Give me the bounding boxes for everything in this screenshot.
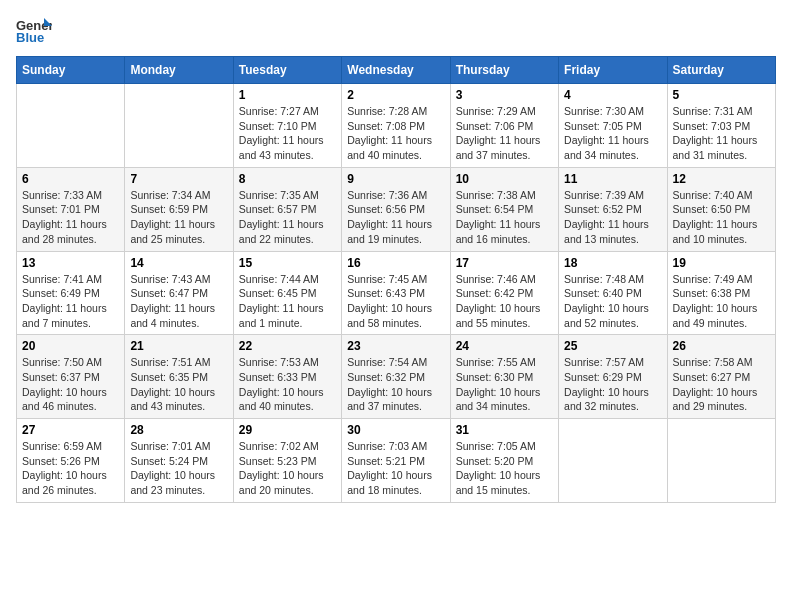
day-detail: Sunrise: 7:43 AMSunset: 6:47 PMDaylight:… [130, 272, 227, 331]
day-detail: Sunrise: 7:40 AMSunset: 6:50 PMDaylight:… [673, 188, 770, 247]
svg-text:Blue: Blue [16, 30, 44, 44]
weekday-header-wednesday: Wednesday [342, 57, 450, 84]
calendar-cell [667, 419, 775, 503]
calendar-table: SundayMondayTuesdayWednesdayThursdayFrid… [16, 56, 776, 503]
day-number: 20 [22, 339, 119, 353]
calendar-cell: 4Sunrise: 7:30 AMSunset: 7:05 PMDaylight… [559, 84, 667, 168]
day-detail: Sunrise: 7:33 AMSunset: 7:01 PMDaylight:… [22, 188, 119, 247]
calendar-week-5: 27Sunrise: 6:59 AMSunset: 5:26 PMDayligh… [17, 419, 776, 503]
calendar-cell: 14Sunrise: 7:43 AMSunset: 6:47 PMDayligh… [125, 251, 233, 335]
day-number: 26 [673, 339, 770, 353]
calendar-cell: 19Sunrise: 7:49 AMSunset: 6:38 PMDayligh… [667, 251, 775, 335]
calendar-cell: 15Sunrise: 7:44 AMSunset: 6:45 PMDayligh… [233, 251, 341, 335]
day-detail: Sunrise: 7:39 AMSunset: 6:52 PMDaylight:… [564, 188, 661, 247]
day-number: 27 [22, 423, 119, 437]
calendar-cell: 30Sunrise: 7:03 AMSunset: 5:21 PMDayligh… [342, 419, 450, 503]
calendar-cell: 20Sunrise: 7:50 AMSunset: 6:37 PMDayligh… [17, 335, 125, 419]
day-number: 29 [239, 423, 336, 437]
calendar-cell [559, 419, 667, 503]
day-detail: Sunrise: 7:58 AMSunset: 6:27 PMDaylight:… [673, 355, 770, 414]
calendar-cell: 2Sunrise: 7:28 AMSunset: 7:08 PMDaylight… [342, 84, 450, 168]
day-number: 1 [239, 88, 336, 102]
weekday-header-tuesday: Tuesday [233, 57, 341, 84]
calendar-cell: 22Sunrise: 7:53 AMSunset: 6:33 PMDayligh… [233, 335, 341, 419]
day-number: 14 [130, 256, 227, 270]
calendar-cell: 25Sunrise: 7:57 AMSunset: 6:29 PMDayligh… [559, 335, 667, 419]
calendar-cell: 18Sunrise: 7:48 AMSunset: 6:40 PMDayligh… [559, 251, 667, 335]
day-number: 19 [673, 256, 770, 270]
calendar-cell: 7Sunrise: 7:34 AMSunset: 6:59 PMDaylight… [125, 167, 233, 251]
day-detail: Sunrise: 7:02 AMSunset: 5:23 PMDaylight:… [239, 439, 336, 498]
calendar-week-2: 6Sunrise: 7:33 AMSunset: 7:01 PMDaylight… [17, 167, 776, 251]
day-detail: Sunrise: 7:05 AMSunset: 5:20 PMDaylight:… [456, 439, 553, 498]
day-number: 6 [22, 172, 119, 186]
calendar-cell: 24Sunrise: 7:55 AMSunset: 6:30 PMDayligh… [450, 335, 558, 419]
day-number: 25 [564, 339, 661, 353]
day-detail: Sunrise: 6:59 AMSunset: 5:26 PMDaylight:… [22, 439, 119, 498]
day-number: 11 [564, 172, 661, 186]
weekday-header-saturday: Saturday [667, 57, 775, 84]
day-number: 13 [22, 256, 119, 270]
day-detail: Sunrise: 7:44 AMSunset: 6:45 PMDaylight:… [239, 272, 336, 331]
calendar-cell: 13Sunrise: 7:41 AMSunset: 6:49 PMDayligh… [17, 251, 125, 335]
day-number: 15 [239, 256, 336, 270]
calendar-cell: 31Sunrise: 7:05 AMSunset: 5:20 PMDayligh… [450, 419, 558, 503]
day-detail: Sunrise: 7:55 AMSunset: 6:30 PMDaylight:… [456, 355, 553, 414]
day-number: 10 [456, 172, 553, 186]
calendar-header-row: SundayMondayTuesdayWednesdayThursdayFrid… [17, 57, 776, 84]
day-number: 22 [239, 339, 336, 353]
day-detail: Sunrise: 7:27 AMSunset: 7:10 PMDaylight:… [239, 104, 336, 163]
calendar-cell: 21Sunrise: 7:51 AMSunset: 6:35 PMDayligh… [125, 335, 233, 419]
calendar-cell: 12Sunrise: 7:40 AMSunset: 6:50 PMDayligh… [667, 167, 775, 251]
day-number: 5 [673, 88, 770, 102]
calendar-cell: 3Sunrise: 7:29 AMSunset: 7:06 PMDaylight… [450, 84, 558, 168]
weekday-header-monday: Monday [125, 57, 233, 84]
day-number: 3 [456, 88, 553, 102]
day-number: 30 [347, 423, 444, 437]
calendar-cell: 27Sunrise: 6:59 AMSunset: 5:26 PMDayligh… [17, 419, 125, 503]
calendar-cell: 23Sunrise: 7:54 AMSunset: 6:32 PMDayligh… [342, 335, 450, 419]
logo-icon: General Blue [16, 16, 52, 44]
day-detail: Sunrise: 7:46 AMSunset: 6:42 PMDaylight:… [456, 272, 553, 331]
calendar-cell: 9Sunrise: 7:36 AMSunset: 6:56 PMDaylight… [342, 167, 450, 251]
day-number: 24 [456, 339, 553, 353]
calendar-cell: 1Sunrise: 7:27 AMSunset: 7:10 PMDaylight… [233, 84, 341, 168]
day-detail: Sunrise: 7:31 AMSunset: 7:03 PMDaylight:… [673, 104, 770, 163]
calendar-cell: 26Sunrise: 7:58 AMSunset: 6:27 PMDayligh… [667, 335, 775, 419]
day-number: 8 [239, 172, 336, 186]
day-number: 4 [564, 88, 661, 102]
weekday-header-friday: Friday [559, 57, 667, 84]
calendar-week-4: 20Sunrise: 7:50 AMSunset: 6:37 PMDayligh… [17, 335, 776, 419]
day-detail: Sunrise: 7:36 AMSunset: 6:56 PMDaylight:… [347, 188, 444, 247]
calendar-week-3: 13Sunrise: 7:41 AMSunset: 6:49 PMDayligh… [17, 251, 776, 335]
calendar-cell: 5Sunrise: 7:31 AMSunset: 7:03 PMDaylight… [667, 84, 775, 168]
page-header: General Blue [16, 16, 776, 44]
calendar-cell [17, 84, 125, 168]
day-detail: Sunrise: 7:45 AMSunset: 6:43 PMDaylight:… [347, 272, 444, 331]
day-number: 21 [130, 339, 227, 353]
calendar-week-1: 1Sunrise: 7:27 AMSunset: 7:10 PMDaylight… [17, 84, 776, 168]
calendar-cell: 29Sunrise: 7:02 AMSunset: 5:23 PMDayligh… [233, 419, 341, 503]
day-detail: Sunrise: 7:28 AMSunset: 7:08 PMDaylight:… [347, 104, 444, 163]
day-detail: Sunrise: 7:50 AMSunset: 6:37 PMDaylight:… [22, 355, 119, 414]
day-detail: Sunrise: 7:41 AMSunset: 6:49 PMDaylight:… [22, 272, 119, 331]
day-detail: Sunrise: 7:03 AMSunset: 5:21 PMDaylight:… [347, 439, 444, 498]
day-detail: Sunrise: 7:53 AMSunset: 6:33 PMDaylight:… [239, 355, 336, 414]
weekday-header-sunday: Sunday [17, 57, 125, 84]
day-number: 28 [130, 423, 227, 437]
calendar-cell: 11Sunrise: 7:39 AMSunset: 6:52 PMDayligh… [559, 167, 667, 251]
calendar-cell: 17Sunrise: 7:46 AMSunset: 6:42 PMDayligh… [450, 251, 558, 335]
calendar-cell: 6Sunrise: 7:33 AMSunset: 7:01 PMDaylight… [17, 167, 125, 251]
day-number: 16 [347, 256, 444, 270]
day-detail: Sunrise: 7:48 AMSunset: 6:40 PMDaylight:… [564, 272, 661, 331]
day-number: 17 [456, 256, 553, 270]
day-detail: Sunrise: 7:35 AMSunset: 6:57 PMDaylight:… [239, 188, 336, 247]
day-number: 31 [456, 423, 553, 437]
day-detail: Sunrise: 7:49 AMSunset: 6:38 PMDaylight:… [673, 272, 770, 331]
day-detail: Sunrise: 7:29 AMSunset: 7:06 PMDaylight:… [456, 104, 553, 163]
calendar-cell: 28Sunrise: 7:01 AMSunset: 5:24 PMDayligh… [125, 419, 233, 503]
day-number: 7 [130, 172, 227, 186]
weekday-header-thursday: Thursday [450, 57, 558, 84]
day-detail: Sunrise: 7:30 AMSunset: 7:05 PMDaylight:… [564, 104, 661, 163]
calendar-cell [125, 84, 233, 168]
